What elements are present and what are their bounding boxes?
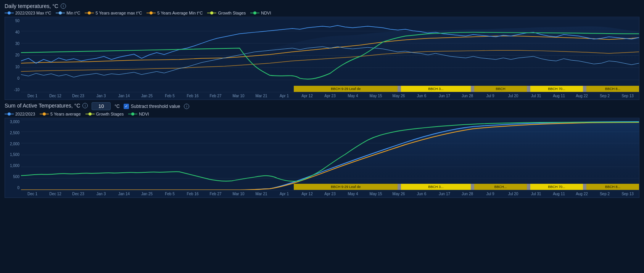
legend2-cur-label: 2022/2023 (15, 112, 35, 116)
chart1-x-axis: Dec 1 Dec 12 Dec 23 Jan 3 Jan 14 Jan 25 … (21, 92, 639, 100)
chart1-svg (21, 19, 639, 92)
bbch-segment-3: BBCH (474, 86, 527, 92)
bbch2-segment-4: BBCH 70... (530, 184, 583, 190)
subtract-threshold-text: Subtract threshold value (131, 104, 180, 109)
legend2-ndvi: NDVI (128, 112, 149, 116)
threshold-unit: °C (114, 104, 119, 109)
legend2-ndvi-label: NDVI (139, 112, 149, 116)
bbch2-segment-3: BBCH... (474, 184, 527, 190)
chart1-y-axis: 50 40 30 20 10 0 -10 (5, 17, 21, 92)
bbch-segment-2: BBCH 3... (401, 86, 471, 92)
legend-max2223-label: 2022/2023 Max t°C (15, 11, 51, 15)
legend-5ymax: 5 Years average max t°C (85, 11, 142, 15)
chart1-title-text: Daily temperatures, °C (5, 3, 58, 9)
chart2-x-axis: Dec 1 Dec 12 Dec 23 Jan 3 Jan 14 Jan 25 … (21, 190, 639, 198)
chart2-y-axis: 3,000 2,500 2,000 1,500 1,000 500 0 (5, 118, 21, 190)
chart1-bbch-bar: BBCH 9-29 Leaf de BBCH 3... BBCH BBCH 70… (21, 86, 639, 92)
chart2-subtract-info-icon[interactable]: i (184, 104, 189, 109)
chart1-plot (21, 19, 639, 92)
chart2-legend: 2022/2023 5 Years average Growth Stages … (5, 112, 639, 116)
legend2-avg5: 5 Years average (40, 112, 81, 116)
legend-5ymin: 5 Years Average Min t°C (147, 11, 203, 15)
legend-growth-label: Growth Stages (218, 11, 246, 15)
legend-growth: Growth Stages (207, 11, 246, 15)
legend-min: Min t°C (56, 11, 80, 15)
chart1-area: 50 40 30 20 10 0 -10 (5, 17, 639, 100)
chart1-title: Daily temperatures, °C i (5, 3, 639, 9)
chart2-svg (21, 120, 639, 190)
bbch2-segment-2: BBCH 3... (401, 184, 471, 190)
legend2-growth-label: Growth Stages (96, 112, 124, 116)
bbch-segment-5: BBCH 8... (586, 86, 639, 92)
bbch-segment-4: BBCH 70... (530, 86, 583, 92)
bbch2-segment-1: BBCH 9-29 Leaf de (294, 184, 398, 190)
subtract-threshold-label[interactable]: ✓ Subtract threshold value (124, 104, 180, 109)
legend2-cur: 2022/2023 (5, 112, 35, 116)
chart2-info-icon[interactable]: i (82, 103, 88, 108)
legend-max2223: 2022/2023 Max t°C (5, 11, 51, 15)
legend-ndvi-label: NDVI (261, 11, 271, 15)
bbch2-segment-5: BBCH 8... (586, 184, 639, 190)
chart2-bbch-bar: BBCH 9-29 Leaf de BBCH 3... BBCH... BBCH… (21, 184, 639, 190)
legend2-growth: Growth Stages (85, 112, 124, 116)
subtract-threshold-checkbox[interactable]: ✓ (124, 104, 129, 109)
legend-min-label: Min t°C (66, 11, 80, 15)
legend-ndvi: NDVI (250, 11, 271, 15)
legend-5ymin-label: 5 Years Average Min t°C (157, 11, 203, 15)
legend2-avg5-label: 5 Years average (50, 112, 81, 116)
chart1-legend: 2022/2023 Max t°C Min t°C 5 Years averag… (5, 11, 639, 15)
chart2-plot (21, 120, 639, 190)
threshold-input[interactable] (92, 102, 111, 110)
chart2-header: Sum of Active Temperatures, °C i °C ✓ Su… (5, 102, 639, 110)
chart1-info-icon[interactable]: i (61, 3, 66, 9)
main-container: Daily temperatures, °C i 2022/2023 Max t… (0, 0, 644, 273)
bbch-segment-1: BBCH 9-29 Leaf de (294, 86, 398, 92)
chart2-area: 3,000 2,500 2,000 1,500 1,000 500 0 (5, 118, 639, 198)
chart2-title-text: Sum of Active Temperatures, °C i (5, 103, 88, 109)
legend-5ymax-label: 5 Years average max t°C (95, 11, 142, 15)
